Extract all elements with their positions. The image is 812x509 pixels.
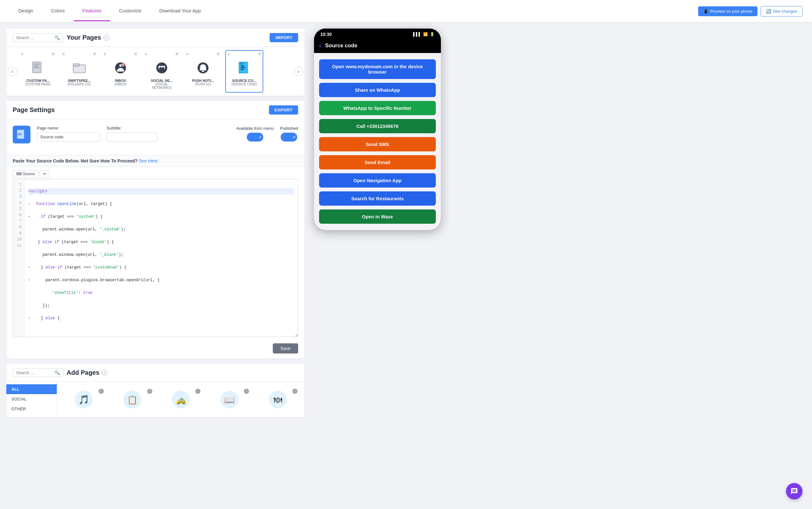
page-settings-header: Page Settings EXPORT <box>6 101 305 119</box>
phone-btn-send-sms[interactable]: Send SMS <box>319 137 436 151</box>
tab-download[interactable]: Download Your App <box>150 1 210 21</box>
page-label: SOURCE CO... <box>232 79 256 82</box>
add-page-directory[interactable]: i 📖 <box>207 387 251 412</box>
add-page-taxi[interactable]: i 🚕 <box>159 387 203 412</box>
search-input[interactable] <box>16 35 52 40</box>
code-editor-wrapper: ⌨ Source ✏ 1 2 3 4 5 <box>6 167 305 343</box>
svg-point-10 <box>156 63 168 74</box>
save-button[interactable]: Save <box>273 343 298 353</box>
svg-text:</>: </> <box>17 133 22 136</box>
code-icon: ⌨ <box>16 172 22 176</box>
phone-header: ‹ Source code <box>314 39 441 53</box>
line-numbers: 1 2 3 4 5 6 7 8 9 10 11 <box>13 179 25 337</box>
drag-icon: ⋄ <box>227 52 230 57</box>
close-icon[interactable]: ✕ <box>134 52 138 57</box>
add-pages-info-icon[interactable]: i <box>102 370 108 375</box>
search-icon: 🔍 <box>55 35 60 40</box>
see-here-link[interactable]: See Here. <box>139 158 159 163</box>
phone-btn-send-email[interactable]: Send Email <box>319 155 436 169</box>
add-page-restaurant[interactable]: i 🍽 <box>256 387 299 412</box>
subtitle-input[interactable] <box>107 132 157 141</box>
carousel-right-arrow[interactable]: › <box>294 67 303 76</box>
phone-btn-navigation[interactable]: Open Navigation App <box>319 173 436 188</box>
carousel-items: ⋄ ✕ CUSTOM PA... (CUSTOM <box>19 50 292 93</box>
see-changes-button[interactable]: 🔄 See changes <box>761 6 803 16</box>
close-icon[interactable]: ✕ <box>216 52 220 57</box>
back-arrow[interactable]: ‹ <box>319 42 321 49</box>
page-sublabel: (FOLDERS V2)) <box>68 82 91 86</box>
subtitle-label: Subtitle: <box>107 126 157 130</box>
info-badge: i <box>196 389 201 394</box>
page-item-push[interactable]: ⋄ ✕ PUSH NOTI... (PUSH V2) <box>184 50 222 93</box>
tab-features[interactable]: Features <box>74 1 110 21</box>
save-row: Save <box>6 343 305 359</box>
subtitle-field: Subtitle: <box>107 126 157 141</box>
search-icon: 🔍 <box>55 370 60 375</box>
page-item-swiftspeed[interactable]: ⋄ ✕ SWIFTSPEE... (FOLDERS V2)) <box>60 50 98 93</box>
add-pages-search[interactable]: 🔍 <box>13 368 64 377</box>
add-page-music[interactable]: i 🎵 <box>62 387 106 412</box>
page-item-custom[interactable]: ⋄ ✕ CUSTOM PA... (CUSTOM <box>19 50 57 93</box>
close-icon[interactable]: ✕ <box>93 52 97 57</box>
page-name-input[interactable] <box>37 132 100 141</box>
export-button[interactable]: EXPORT <box>269 105 298 114</box>
drag-icon: ⋄ <box>21 52 24 57</box>
close-icon[interactable]: ✕ <box>257 52 261 57</box>
info-badge: i <box>147 389 152 394</box>
page-settings-row: </> Page name: Subtitle: <box>13 126 298 143</box>
page-item-inbox[interactable]: ⋄ ✕ 📡 INBOX <box>102 50 140 93</box>
category-social[interactable]: SOCIAL <box>6 394 57 404</box>
pencil-button[interactable]: ✏ <box>40 170 50 178</box>
page-name-label: Page name: <box>37 126 100 130</box>
code-content[interactable]: <script> ▾ function openLink(url, target… <box>25 179 298 337</box>
phone-btn-open-domain[interactable]: Open www.mydomain.com in the device brow… <box>319 59 436 79</box>
close-icon[interactable]: ✕ <box>51 52 55 57</box>
page-settings-section: Page Settings EXPORT </> Page name: <box>6 101 305 359</box>
svg-text:🍽: 🍽 <box>274 395 282 405</box>
add-pages-title: Add Pages i <box>67 369 298 376</box>
page-label: PUSH NOTI... <box>192 79 214 82</box>
code-line: ▾ } else if (target === 'customtab') { <box>28 264 294 271</box>
svg-text:📡: 📡 <box>121 64 125 67</box>
published-slider <box>281 133 297 141</box>
tab-colors[interactable]: Colors <box>42 1 74 21</box>
page-item-source[interactable]: ⋄ ✕ </> <box>225 50 263 93</box>
phone-btn-call[interactable]: Call +33012345678 <box>319 119 436 133</box>
carousel-left-arrow[interactable]: ‹ <box>8 67 17 76</box>
tab-design[interactable]: Design <box>9 1 42 21</box>
phone-body: Open www.mydomain.com in the device brow… <box>314 53 441 230</box>
svg-text:🎵: 🎵 <box>78 395 90 405</box>
source-tab-button[interactable]: ⌨ Source <box>13 170 38 178</box>
inbox-icon: 📡 <box>113 61 128 75</box>
page-settings-fields: Page name: Subtitle: Available from menu <box>37 126 298 141</box>
page-sublabel: (SOCIAL NETWORKS) <box>146 82 178 90</box>
page-item-social[interactable]: ⋄ ✕ SOCIAL NE... <box>143 50 181 93</box>
add-pages-body: ALL SOCIAL OTHER i 🎵 i <box>6 382 305 417</box>
battery-icon: 🔋 <box>430 32 434 36</box>
phone-btn-waze[interactable]: Open in Waze <box>319 209 436 224</box>
phone-btn-whatsapp-specific[interactable]: WhatsApp to Specific Number <box>319 101 436 115</box>
phone-btn-restaurants[interactable]: Search for Restaurants <box>319 191 436 206</box>
nav-tabs: Design Colors Features Customize Downloa… <box>9 1 210 21</box>
add-pages-search-input[interactable] <box>16 370 52 375</box>
published-label: Published <box>280 126 298 131</box>
your-pages-section: 🔍 Your Pages i IMPORT ‹ <box>6 29 305 96</box>
code-line: ▾ function openLink(url, target) { <box>28 201 294 207</box>
page-settings-title: Page Settings <box>13 106 55 113</box>
code-area[interactable]: 1 2 3 4 5 6 7 8 9 10 11 <script> ▾ <box>13 179 298 337</box>
preview-button[interactable]: 📱 Preview on your phone <box>698 6 757 16</box>
chat-bubble[interactable] <box>786 483 803 500</box>
category-all[interactable]: ALL <box>6 384 57 394</box>
published-toggle: Published <box>280 126 298 141</box>
add-page-forms[interactable]: i 📋 <box>111 387 154 412</box>
page-sublabel: (SOURCE CODE) <box>231 82 257 86</box>
phone-time: 10:30 <box>320 32 332 37</box>
tab-customize[interactable]: Customize <box>110 1 150 21</box>
import-button[interactable]: IMPORT <box>270 33 298 42</box>
info-badge: i <box>244 389 249 394</box>
your-pages-info-icon[interactable]: i <box>104 35 109 41</box>
category-other[interactable]: OTHER <box>6 404 57 414</box>
close-icon[interactable]: ✕ <box>175 52 179 57</box>
your-pages-search[interactable]: 🔍 <box>13 33 64 42</box>
phone-btn-share-whatsapp[interactable]: Share on WhatsApp <box>319 83 436 97</box>
